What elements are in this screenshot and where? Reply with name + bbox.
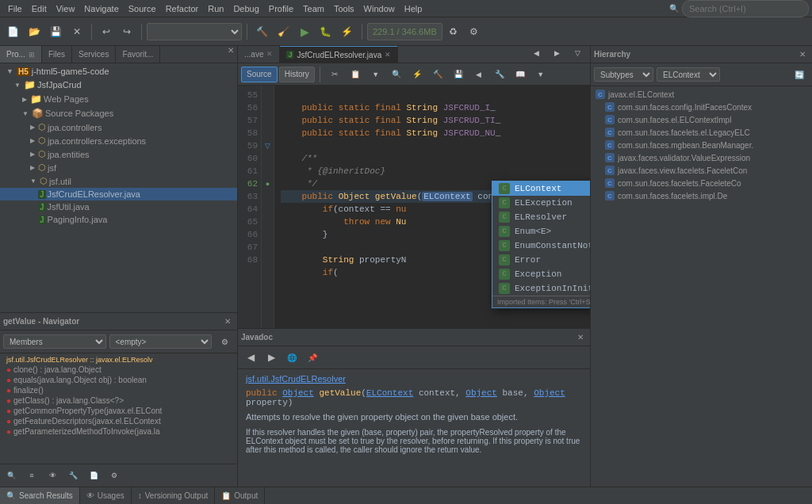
nav-item-getcommon[interactable]: ●getCommonPropertyType(javax.el.ELCont (0, 406, 237, 416)
history-btn[interactable]: History (279, 67, 315, 82)
tree-item-jsf[interactable]: ▶ ⬡ jsf (0, 161, 237, 174)
tree-item-paginginfo[interactable]: J PagingInfo.java (0, 213, 237, 226)
nav-item-clone[interactable]: ●clone() : java.lang.Object (0, 365, 237, 375)
hier-item-8[interactable]: C com.sun.faces.facelets.impl.De (591, 189, 812, 202)
menu-window[interactable]: Window (359, 2, 400, 15)
tab-search-results[interactable]: 🔍 Search Results (0, 487, 80, 505)
hier-item-7[interactable]: C com.sun.faces.facelets.FaceleteCo (591, 177, 812, 189)
menu-debug[interactable]: Debug (228, 2, 263, 15)
new-button[interactable]: 📄 (3, 22, 23, 41)
menu-navigate[interactable]: Navigate (79, 2, 123, 15)
jd-back[interactable]: ◀ (241, 348, 260, 367)
nav-btn1[interactable]: 🔍 (2, 466, 21, 485)
ac-item-enumconstant[interactable]: C EnumConstantNotPresentException (492, 239, 590, 253)
tree-item-root[interactable]: ▼ H5 j-html5-game5-code (0, 65, 237, 78)
nav-btn2[interactable]: ≡ (22, 466, 41, 485)
edit-btn9[interactable]: 🔧 (490, 65, 509, 84)
gc-button[interactable]: ♻ (444, 22, 463, 41)
edit-btn2[interactable]: 📋 (346, 65, 365, 84)
debug-btn[interactable]: 🐛 (316, 22, 335, 41)
tree-item-ctrlexc[interactable]: ▶ ⬡ jpa.controllers.exceptions (0, 134, 237, 147)
tab-usages[interactable]: 👁 Usages (80, 487, 132, 505)
ac-item-error[interactable]: C Error (492, 253, 590, 267)
edit-btn6[interactable]: 🔨 (428, 65, 447, 84)
nav-btn5[interactable]: 📄 (84, 466, 103, 485)
tree-item-entities[interactable]: ▶ ⬡ jpa.entities (0, 147, 237, 161)
ac-item-enum[interactable]: C Enum<E> (492, 224, 590, 239)
nav-btn3[interactable]: 👁 (43, 466, 62, 485)
close-button[interactable]: ✕ (67, 22, 86, 41)
jd-forward[interactable]: ▶ (262, 348, 281, 367)
edit-btn8[interactable]: ◀ (469, 65, 488, 84)
menu-edit[interactable]: Edit (27, 2, 52, 15)
nav-btn4[interactable]: 🔧 (63, 466, 82, 485)
nav-filter1[interactable]: Members (3, 334, 106, 349)
clean-button[interactable]: 🧹 (274, 22, 293, 41)
nav-btn6[interactable]: ⚙ (105, 466, 124, 485)
tab-services[interactable]: Services (72, 46, 116, 63)
tab-close[interactable]: ✕ (385, 51, 391, 59)
config-combo[interactable] (147, 23, 242, 40)
hier-item-5[interactable]: C javax.faces.validator.ValueExpression (591, 151, 812, 164)
menu-source[interactable]: Source (124, 2, 161, 15)
hier-item-4[interactable]: C com.sun.faces.mgbean.BeanManager. (591, 139, 812, 151)
tab-favorites[interactable]: Favorit... (116, 46, 160, 63)
jd-pin[interactable]: 📌 (303, 348, 322, 367)
nav-filter2[interactable]: <empty> (109, 334, 213, 349)
hier-item-elcontext[interactable]: C javax.el.ELContext (591, 88, 812, 101)
edit-btn5[interactable]: ⚡ (408, 65, 427, 84)
nav-item-class[interactable]: jsf.util.JsfCrudELResolver :: javax.el.E… (0, 355, 237, 365)
nav-item-getfeature[interactable]: ●getFeatureDescriptors(javax.el.ELContex… (0, 416, 237, 426)
javadoc-close[interactable]: ✕ (574, 333, 587, 342)
jd-param3-link[interactable]: Object (534, 388, 565, 398)
global-search-input[interactable] (682, 0, 809, 17)
profile-btn[interactable]: ⚡ (337, 22, 357, 41)
hier-item-6[interactable]: C javax.faces.view.facelets.FaceletCon (591, 164, 812, 177)
tree-item-ctrl[interactable]: ▶ ⬡ jpa.controllers (0, 120, 237, 134)
tree-item-srcpkg[interactable]: ▼ 📦 Source Packages (0, 106, 237, 120)
edit-btn7[interactable]: 💾 (449, 65, 468, 84)
jd-class-link[interactable]: jsf.util.JsfCrudELResolver (246, 374, 346, 384)
hier-filter2[interactable]: ELContext (657, 67, 720, 82)
menu-team[interactable]: Team (298, 2, 329, 15)
ac-item-exceptinit[interactable]: C ExceptionInInitializerError (492, 281, 590, 296)
tab-nav-next[interactable]: ▶ (547, 46, 566, 63)
hier-item-3[interactable]: C com.sun.faces.facelets.el.LegacyELC (591, 126, 812, 139)
ac-item-exception[interactable]: C Exception (492, 267, 590, 281)
jd-param1-link[interactable]: ELContext (366, 388, 413, 398)
source-btn[interactable]: Source (241, 67, 278, 82)
left-panel-close[interactable]: ✕ (224, 46, 237, 63)
tree-item-jsfutil-java[interactable]: J JsfUtil.java (0, 200, 237, 213)
hier-sync[interactable]: 🔄 (790, 65, 809, 84)
edit-btn3[interactable]: ▼ (366, 65, 385, 84)
hier-filter1[interactable]: Subtypes (594, 67, 653, 82)
code-editor[interactable]: 55 56 57 58 59 60 61 62 63 64 65 66 67 6… (238, 86, 590, 328)
ac-item-elexception[interactable]: C ELException (492, 196, 590, 210)
status-button[interactable]: ⚙ (465, 22, 484, 41)
jd-return-link[interactable]: Object (282, 388, 314, 398)
nav-item-equals[interactable]: ●equals(java.lang.Object obj) : boolean (0, 375, 237, 385)
tab-jsfcrudresolver[interactable]: J JsfCrudELResolver.java ✕ (280, 46, 398, 63)
jd-browser[interactable]: 🌐 (282, 348, 301, 367)
tab-prev-file[interactable]: ...ave ✕ (238, 46, 280, 63)
tab-output[interactable]: 📋 Output (215, 487, 265, 505)
hier-item-1[interactable]: C com.sun.faces.config.InitFacesContex (591, 101, 812, 113)
build-button[interactable]: 🔨 (252, 22, 272, 41)
edit-btn4[interactable]: 🔍 (387, 65, 406, 84)
menu-profile[interactable]: Profile (264, 2, 298, 15)
nav-item-finalize[interactable]: ●finalize() (0, 385, 237, 395)
menu-refactor[interactable]: Refactor (161, 2, 204, 15)
jd-param2-link[interactable]: Object (465, 388, 497, 398)
save-button[interactable]: 💾 (46, 22, 66, 41)
edit-btn1[interactable]: ✂ (325, 65, 344, 84)
hier-close[interactable]: ✕ (796, 50, 809, 59)
edit-btn11[interactable]: ▼ (531, 65, 550, 84)
open-button[interactable]: 📂 (25, 22, 44, 41)
ac-item-elresolver[interactable]: C ELResolver (492, 210, 590, 224)
tree-item-jsfutil[interactable]: ▼ ⬡ jsf.util (0, 174, 237, 188)
tab-files[interactable]: Files (42, 46, 72, 63)
menu-tools[interactable]: Tools (329, 2, 359, 15)
menu-run[interactable]: Run (203, 2, 228, 15)
hier-item-2[interactable]: C com.sun.faces.el.ELContextImpl (591, 113, 812, 126)
redo-button[interactable]: ↪ (117, 22, 136, 41)
